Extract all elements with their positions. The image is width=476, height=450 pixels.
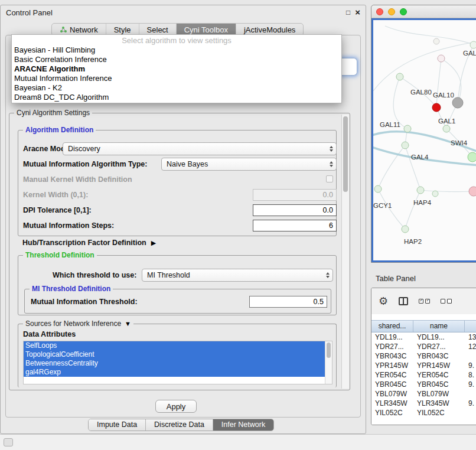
sources-group-title: Sources for Network Inference ▼ bbox=[23, 319, 133, 328]
network-graph: GAL80 GAL10 GAL11 GAL1 SWI4 GAL4 GCY1 HA… bbox=[373, 20, 476, 262]
collapsed-arrow-icon[interactable]: ▶ bbox=[151, 239, 156, 247]
table-cell: YPR145W bbox=[413, 361, 465, 370]
mi-threshold-label: Mutual Information Threshold: bbox=[31, 298, 138, 306]
close-window-icon[interactable]: × bbox=[355, 8, 360, 17]
tab-discretize-data[interactable]: Discretize Data bbox=[146, 419, 213, 431]
mi-threshold-input[interactable] bbox=[249, 296, 327, 308]
zoom-traffic-light-icon[interactable] bbox=[400, 8, 407, 15]
table-row[interactable]: YLR345W YLR345W 9. bbox=[371, 399, 476, 408]
network-node[interactable] bbox=[402, 226, 409, 233]
node-label: HAP2 bbox=[404, 238, 422, 245]
algorithm-option[interactable]: Basic Correlation Inference bbox=[12, 55, 341, 64]
network-node[interactable] bbox=[374, 185, 382, 193]
apply-button[interactable]: Apply bbox=[155, 400, 197, 413]
tab-select[interactable]: Select bbox=[139, 24, 177, 35]
which-threshold-combobox[interactable]: MI Threshold bbox=[142, 269, 333, 282]
network-node[interactable] bbox=[438, 55, 445, 62]
network-node-red[interactable] bbox=[432, 103, 441, 112]
attribute-item-selected[interactable]: TopologicalCoefficient bbox=[24, 350, 325, 359]
column-header-name[interactable]: name bbox=[413, 321, 465, 332]
combo-arrows-icon bbox=[330, 161, 333, 167]
threshold-definition-group: Threshold Definition Which threshold to … bbox=[18, 255, 337, 315]
hub-transcription-factor-section[interactable]: Hub/Transcription Factor Definition ▶ bbox=[22, 239, 156, 247]
network-node[interactable] bbox=[417, 187, 424, 194]
columns-icon[interactable] bbox=[399, 297, 408, 305]
algorithm-select-combobox[interactable] bbox=[341, 58, 357, 76]
table-cell: YDL19... bbox=[413, 332, 465, 342]
tab-jactivemodules[interactable]: jActiveModules bbox=[236, 24, 303, 35]
tab-style[interactable]: Style bbox=[106, 24, 139, 35]
column-header-shared-name[interactable]: shared... bbox=[371, 321, 413, 332]
minimize-traffic-light-icon[interactable] bbox=[388, 8, 395, 15]
settings-scrollbar-thumb[interactable] bbox=[343, 116, 348, 192]
manual-kernel-width-checkbox[interactable] bbox=[326, 175, 333, 182]
tab-cyni-toolbox-label: Cyni Toolbox bbox=[184, 25, 228, 34]
mi-threshold-definition-title: MI Threshold Definition bbox=[30, 285, 113, 293]
algorithm-option[interactable]: Bayesian - K2 bbox=[12, 83, 341, 93]
table-cell: YLR345W bbox=[413, 399, 465, 408]
settings-scrollbar[interactable] bbox=[341, 115, 349, 389]
attribute-item-selected[interactable]: gal4RGexp bbox=[24, 368, 325, 377]
tab-select-label: Select bbox=[147, 25, 168, 34]
table-row[interactable]: YPR145W YPR145W 9. bbox=[371, 361, 476, 370]
table-row[interactable]: YER054C YER054C 8. bbox=[371, 370, 476, 380]
float-window-icon[interactable]: □ bbox=[346, 8, 350, 17]
attribute-item-selected[interactable]: BetweennessCentrality bbox=[24, 359, 325, 368]
table-row[interactable]: YBR045C YBR045C 9. bbox=[371, 380, 476, 389]
table-row[interactable]: YDR27... YDR27... 12 bbox=[371, 342, 476, 351]
algorithm-option[interactable]: Bayesian - Hill Climbing bbox=[12, 45, 341, 55]
gear-icon[interactable]: ⚙ bbox=[379, 296, 388, 306]
control-panel-titlebar[interactable]: Control Panel □ × bbox=[1, 5, 366, 19]
table-cell: YDL19... bbox=[371, 332, 413, 342]
table-header-row: shared... name bbox=[371, 320, 476, 332]
table-row[interactable]: YBL079W YBL079W bbox=[371, 389, 476, 399]
algorithm-option-selected[interactable]: ARACNE Algorithm bbox=[12, 64, 341, 74]
control-panel-window: Control Panel □ × Network Style Select C… bbox=[0, 5, 366, 434]
tab-cyni-toolbox[interactable]: Cyni Toolbox bbox=[177, 24, 236, 35]
expanded-arrow-icon[interactable]: ▼ bbox=[125, 320, 131, 327]
algorithm-option[interactable]: Mutual Information Inference bbox=[12, 74, 341, 83]
attribute-item-selected[interactable]: SelfLoops bbox=[24, 341, 325, 350]
dpi-tolerance-input[interactable] bbox=[253, 204, 337, 216]
mi-algorithm-type-combobox[interactable]: Naive Bayes bbox=[161, 158, 337, 171]
table-row[interactable]: YDL19... YDL19... 13 bbox=[371, 332, 476, 342]
network-node[interactable] bbox=[432, 191, 438, 197]
network-node-pink[interactable] bbox=[469, 187, 476, 196]
attributes-scrollbar[interactable] bbox=[325, 341, 332, 384]
network-window-titlebar[interactable] bbox=[371, 5, 476, 18]
table-cell: YER054C bbox=[371, 370, 413, 380]
data-attributes-list: SelfLoops TopologicalCoefficient Between… bbox=[23, 341, 332, 384]
network-canvas[interactable]: GAL80 GAL10 GAL11 GAL1 SWI4 GAL4 GCY1 HA… bbox=[371, 18, 476, 262]
node-label: GAL1 bbox=[438, 118, 455, 125]
tab-network[interactable]: Network bbox=[52, 24, 106, 35]
network-node[interactable] bbox=[404, 125, 411, 132]
table-cell: YDR27... bbox=[413, 342, 465, 351]
tab-infer-network[interactable]: Infer Network bbox=[213, 419, 273, 431]
deselect-all-checkboxes-icon[interactable] bbox=[441, 299, 452, 304]
table-row[interactable]: YBR043C YBR043C bbox=[371, 351, 476, 361]
node-label: HAP4 bbox=[413, 199, 432, 206]
minimized-panel-icon[interactable] bbox=[4, 438, 13, 446]
attributes-scrollbar-thumb[interactable] bbox=[327, 343, 331, 358]
network-node[interactable] bbox=[433, 38, 439, 44]
network-node[interactable] bbox=[443, 125, 450, 132]
column-header-clipped[interactable] bbox=[465, 321, 476, 332]
algorithm-placeholder-option[interactable]: Select algorithm to view settings bbox=[12, 36, 341, 45]
network-node[interactable] bbox=[396, 73, 403, 80]
algorithm-definition-title: Algorithm Definition bbox=[23, 126, 96, 134]
network-node[interactable] bbox=[468, 152, 476, 162]
close-traffic-light-icon[interactable] bbox=[376, 8, 383, 15]
table-row[interactable]: YIL052C YIL052C bbox=[371, 408, 476, 418]
select-all-checkboxes-icon[interactable] bbox=[419, 299, 430, 304]
algorithm-option[interactable]: Dream8 DC_TDC Algorithm bbox=[12, 93, 341, 102]
bottom-dock-strip bbox=[0, 434, 476, 450]
tab-impute-data[interactable]: Impute Data bbox=[89, 419, 146, 431]
mi-steps-input[interactable] bbox=[253, 220, 337, 231]
kernel-width-input[interactable] bbox=[253, 189, 337, 201]
table-cell: 9. bbox=[465, 361, 476, 370]
manual-kernel-width-label: Manual Kernel Width Definition bbox=[23, 175, 132, 184]
network-node[interactable] bbox=[470, 41, 476, 48]
network-node-gray[interactable] bbox=[452, 97, 463, 108]
aracne-mode-combobox[interactable]: Discovery bbox=[63, 142, 337, 155]
network-node[interactable] bbox=[402, 142, 409, 149]
